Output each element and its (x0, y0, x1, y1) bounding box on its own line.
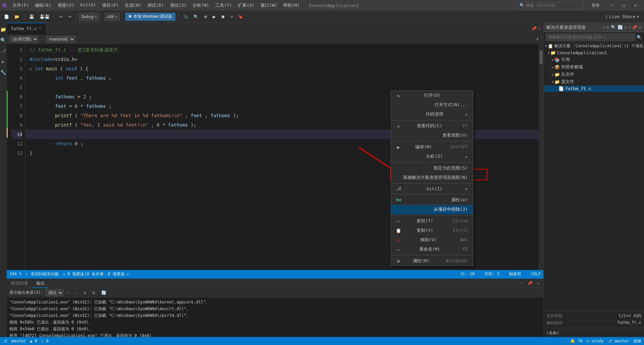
context-menu[interactable]: ↻ 打开(O) 打开方式(N)... 代码清理 ▶ ◇ 查看代码(C) F7 查… (391, 90, 473, 266)
tree-item-fathm[interactable]: ▶ 📄 fathm_ft.c (544, 85, 644, 92)
close-button[interactable]: ✕ (630, 2, 641, 9)
scope-dropdown[interactable]: (全局范围) (9, 36, 38, 43)
se-icon-6[interactable]: ◁ (628, 25, 631, 30)
activity-search-icon[interactable]: 🔍 (0, 36, 7, 44)
panel-pin-icon[interactable]: 📌 (526, 280, 534, 286)
menu-project[interactable]: 项目(P) (99, 2, 121, 9)
menu-bar[interactable]: 文件(F) 编辑(E) 视图(V) Git(G) 项目(P) 生成(B) 调试(… (10, 2, 303, 9)
se-close-icon[interactable]: ✕ (639, 25, 641, 30)
bottom-tab-output[interactable]: 输出 (32, 279, 49, 288)
se-icon-5[interactable]: ⚙ (624, 25, 627, 30)
menu-edit[interactable]: 编辑(E) (32, 2, 54, 9)
menu-help[interactable]: 帮助(H) (280, 2, 302, 9)
activity-tool-icon[interactable]: 🔧 (0, 68, 7, 76)
menu-git[interactable]: Git(G) (77, 2, 99, 9)
minimize-button[interactable]: ─ (606, 2, 618, 9)
menu-build[interactable]: 生成(B) (122, 2, 144, 9)
ctx-git[interactable]: ⎇ Git(I) ▶ (391, 185, 473, 193)
activity-explorer-icon[interactable]: 📁 (0, 25, 7, 33)
output-btn-4[interactable]: ⊙ (90, 289, 97, 296)
ctx-cut[interactable]: ✂ 剪切(T) Ctrl+X (391, 216, 473, 226)
output-btn-2[interactable]: ↓ (73, 289, 79, 296)
se-icon-4[interactable]: 🔄 (618, 25, 623, 30)
ctx-copy[interactable]: 📋 复制(Y) Ctrl+C (391, 226, 473, 235)
open-button[interactable]: 📂 (12, 13, 21, 20)
se-icon-1[interactable]: ↩ (603, 25, 605, 30)
source-select[interactable]: 调试 (45, 289, 63, 296)
attach-button[interactable]: 📎 (181, 13, 190, 20)
function-dropdown[interactable]: main(void) (46, 36, 75, 43)
toolbar-more-3[interactable]: ▶ (211, 13, 218, 20)
solution-search-input[interactable] (546, 33, 635, 41)
editor-expand-button[interactable]: ⬆ (534, 36, 541, 42)
expand-icon[interactable]: ⬆ (538, 26, 541, 31)
ctx-rename[interactable]: ✏ 重命名(M) F2 (391, 245, 473, 254)
bookmark-button[interactable]: 🔖 (236, 13, 245, 20)
ctx-analyze[interactable]: 分析(Z) ▶ (391, 152, 473, 161)
window-controls[interactable]: ─ □ ✕ (606, 2, 641, 9)
se-pin-icon[interactable]: 📌 (632, 25, 637, 30)
ctx-properties[interactable]: ⚙ 属性(R) Alt+Enter (391, 256, 473, 266)
fold-icon[interactable]: ⊟ (30, 67, 32, 71)
activity-debug-icon[interactable]: ▶ (0, 58, 6, 66)
menu-test[interactable]: 测试(S) (167, 2, 189, 9)
undo-button[interactable]: ↩ (57, 13, 65, 20)
bottom-tab-errors[interactable]: 错误列表 (7, 279, 32, 288)
tree-item-headers[interactable]: ▶ 📁 头文件 (544, 71, 644, 78)
ctx-remove[interactable]: ✕ 移除(V) Del (391, 235, 473, 245)
tab-close-icon[interactable]: × (39, 26, 41, 31)
menu-view[interactable]: 视图(V) (55, 2, 77, 9)
bottom-panel-controls[interactable]: ─ 📌 ✕ (519, 280, 541, 286)
output-btn-1[interactable]: ↑ (65, 289, 71, 296)
toolbar-more-1[interactable]: 🔍 (192, 13, 201, 20)
toolbar-more-4[interactable]: ⏹ (219, 13, 227, 20)
maximize-button[interactable]: □ (618, 2, 630, 9)
ctx-code-cleanup[interactable]: 代码清理 ▶ (391, 110, 473, 119)
ctx-compile[interactable]: ▶ 编译(M) Ctrl+F7 (391, 142, 473, 152)
panel-close-icon[interactable]: ✕ (535, 280, 541, 286)
ctx-open[interactable]: ↻ 打开(O) (391, 91, 473, 100)
menu-analyze[interactable]: 分析(N) (190, 2, 212, 9)
ctx-exclude[interactable]: 从项目中排除(J) (391, 205, 473, 214)
ctx-open-with[interactable]: 打开方式(N)... (391, 100, 473, 110)
se-icon-2[interactable]: ⊕ (607, 25, 609, 30)
menu-file[interactable]: 文件(F) (10, 2, 32, 9)
se-icon-3[interactable]: 🔍 (611, 25, 616, 30)
title-search[interactable]: 🔍 搜索 (Ctrl+Q) (517, 2, 584, 9)
tree-item-project[interactable]: ▼ 📁 ConsoleApplication1 (544, 50, 644, 56)
ctx-property-fathm[interactable]: fAt 属性(e) (391, 195, 473, 205)
ctx-new-view[interactable]: 新建解决方案资源管理器视图(N) (391, 173, 473, 182)
tree-item-solution[interactable]: ▼ 📋 解决方案 'ConsoleApplication1'(1 个项目/共 1… (544, 43, 644, 50)
editor-scrollbar[interactable] (539, 44, 543, 270)
toolbar-more-5[interactable]: ≡ (228, 13, 235, 20)
menu-extensions[interactable]: 扩展(X) (235, 2, 257, 9)
tree-item-references[interactable]: ▶ 📚 引用 (544, 56, 644, 63)
menu-tools[interactable]: 工具(T) (213, 2, 234, 9)
save-all-button[interactable]: 💾💾 (38, 13, 52, 20)
activity-git-icon[interactable]: ⎇ (0, 47, 7, 55)
ctx-scope[interactable]: 限定为此范围(S) (391, 163, 473, 173)
new-file-button[interactable]: 📄 (2, 13, 11, 20)
output-btn-3[interactable]: ≡ (82, 289, 88, 296)
editor-tab-fathm[interactable]: fathm_ft.c × (7, 23, 46, 34)
solution-explorer-tree[interactable]: ▼ 📋 解决方案 'ConsoleApplication1'(1 个项目/共 1… (544, 43, 644, 311)
login-button[interactable]: 登录 (592, 3, 600, 8)
toolbar-more-2[interactable]: ⊕ (202, 13, 209, 20)
panel-minimize-icon[interactable]: ─ (519, 280, 525, 286)
menu-debug[interactable]: 调试(D) (145, 2, 166, 9)
run-button[interactable]: ▶ 本地 Windows 调试器 (125, 13, 176, 21)
menu-window[interactable]: 窗口(W) (258, 2, 280, 9)
redo-button[interactable]: ↪ (66, 13, 73, 20)
solution-explorer-icons[interactable]: ↩ ⊕ 🔍 🔄 ⚙ ◁ 📌 ✕ (603, 25, 641, 30)
tree-item-external[interactable]: ▶ 📦 外部依赖项 (544, 63, 644, 71)
scroll-thumb[interactable] (539, 51, 543, 64)
platform-dropdown[interactable]: x86 ▾ (105, 13, 120, 21)
debug-config-dropdown[interactable]: Debug ▾ (79, 13, 99, 21)
ctx-view-code[interactable]: ◇ 查看代码(C) F7 (391, 121, 473, 131)
ctx-view-diagram[interactable]: 查看类图(V) (391, 131, 473, 140)
tree-item-sources[interactable]: ▼ 📁 源文件 (544, 78, 644, 85)
search-go-icon[interactable]: 🔍 (637, 35, 642, 40)
pin-icon[interactable]: 📌 (531, 26, 537, 31)
live-share-button[interactable]: ⟨ Live Share ▾ (602, 13, 642, 20)
output-btn-5[interactable]: 🔄 (99, 289, 108, 296)
